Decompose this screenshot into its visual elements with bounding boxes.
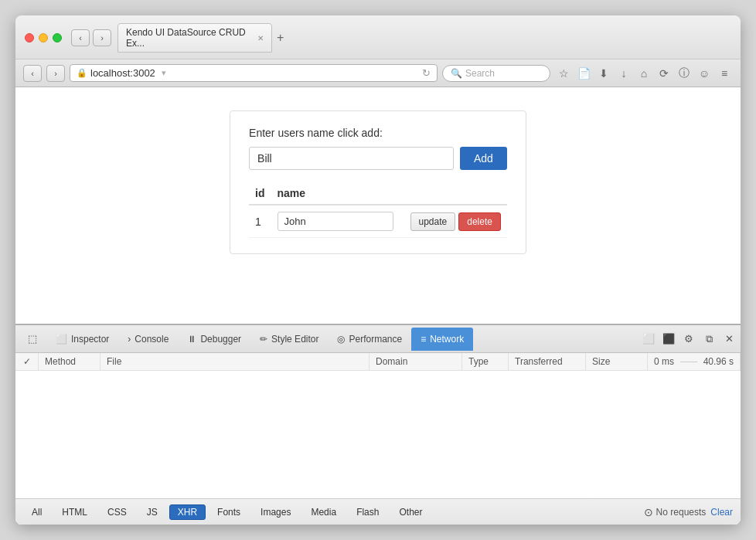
performance-label: Performance [349, 334, 402, 345]
dropdown-icon[interactable]: ▾ [162, 68, 166, 78]
devtools-tab-inspector[interactable]: ⬜ Inspector [46, 328, 118, 351]
filter-right: ⊙ No requests Clear [644, 506, 733, 518]
close-button[interactable] [25, 33, 34, 42]
menu-icon[interactable]: ≡ [716, 65, 733, 82]
transferred-col-header[interactable]: Transferred [509, 353, 586, 370]
filter-btn-images[interactable]: Images [252, 504, 299, 520]
inspector-icon: ⬜ [56, 334, 67, 345]
sync-icon[interactable]: ⟳ [656, 65, 673, 82]
devtools-tab-style-editor[interactable]: ✏ Style Editor [250, 328, 328, 351]
method-col-header[interactable]: Method [39, 353, 100, 370]
row-name-input[interactable] [278, 212, 393, 231]
form-label: Enter users name click add: [249, 127, 507, 139]
input-row: Add [249, 147, 507, 170]
tab-close-icon[interactable]: ✕ [257, 34, 264, 42]
back-button[interactable]: ‹ [71, 29, 90, 46]
style-editor-label: Style Editor [271, 334, 318, 345]
console-icon: › [128, 334, 131, 345]
filter-btn-flash[interactable]: Flash [348, 504, 387, 520]
maximize-button[interactable] [53, 33, 62, 42]
home-icon[interactable]: ⌂ [635, 65, 652, 82]
name-input[interactable] [249, 147, 454, 170]
cell-actions: updatedelete [400, 205, 507, 238]
devtools-tab-console[interactable]: › Console [118, 328, 178, 351]
filter-btn-other[interactable]: Other [390, 504, 431, 520]
info-icon[interactable]: ⓘ [676, 65, 693, 82]
no-requests-status: ⊙ No requests [644, 506, 707, 518]
filter-bar: AllHTMLCSSJSXHRFontsImagesMediaFlashOthe… [15, 498, 741, 525]
size-col-header[interactable]: Size [586, 353, 648, 370]
devtools-tab-bar: ⬚ ⬜ Inspector › Console ⏸ Debugger ✏ Sty… [15, 325, 741, 353]
feedback-icon[interactable]: ☺ [696, 65, 713, 82]
back-nav-button[interactable]: ‹ [23, 65, 42, 82]
filter-btn-xhr[interactable]: XHR [169, 504, 206, 520]
domain-col-header[interactable]: Domain [369, 353, 462, 370]
devtools-tab-debugger[interactable]: ⏸ Debugger [178, 328, 250, 351]
network-label: Network [430, 334, 464, 345]
address-bar: ‹ › 🔒 localhost:3002 ▾ ↻ 🔍 Search ☆ 📄 ⬇ … [15, 59, 741, 87]
delete-button[interactable]: delete [458, 212, 501, 231]
filter-btn-media[interactable]: Media [302, 504, 345, 520]
devtools-tab-pointer[interactable]: ⬚ [19, 327, 46, 351]
traffic-lights [25, 33, 62, 42]
refresh-icon[interactable]: ↻ [422, 67, 431, 79]
new-tab-button[interactable]: + [272, 31, 288, 45]
devtools-tab-performance[interactable]: ◎ Performance [328, 328, 411, 351]
minimize-button[interactable] [39, 33, 48, 42]
no-requests-icon: ⊙ [644, 506, 653, 518]
devtools-tab-network[interactable]: ≡ Network [411, 328, 473, 351]
filter-btn-html[interactable]: HTML [53, 504, 96, 520]
debugger-icon: ⏸ [187, 334, 196, 345]
browser-tab[interactable]: Kendo UI DataSource CRUD Ex... ✕ [117, 23, 272, 53]
tab-bar: Kendo UI DataSource CRUD Ex... ✕ + [117, 23, 731, 53]
clear-button[interactable]: Clear [710, 507, 733, 518]
network-header-row: ✓ Method File Domain Type Transferred Si… [15, 353, 741, 371]
console-label: Console [135, 334, 169, 345]
file-col-header[interactable]: File [100, 353, 369, 370]
url-field[interactable]: 🔒 localhost:3002 ▾ ↻ [70, 64, 438, 82]
app-container: Enter users name click add: Add id name [230, 110, 526, 254]
filter-btn-css[interactable]: CSS [99, 504, 135, 520]
filter-btn-all[interactable]: All [23, 504, 50, 520]
data-table: id name 1updatedelete [249, 182, 507, 238]
devtools-right-icons: ⬜ ⬛ ⚙ ⧉ ✕ [640, 331, 737, 348]
col-id-header: id [249, 182, 271, 205]
type-col-header[interactable]: Type [462, 353, 509, 370]
filter-btn-js[interactable]: JS [138, 504, 166, 520]
filter-buttons: AllHTMLCSSJSXHRFontsImagesMediaFlashOthe… [23, 504, 431, 520]
table-row: 1updatedelete [249, 205, 507, 238]
pocket-icon[interactable]: ⬇ [595, 65, 612, 82]
bookmark-icon[interactable]: ☆ [555, 65, 572, 82]
responsive-icon[interactable]: ⬜ [640, 331, 657, 348]
forward-button[interactable]: › [93, 29, 111, 46]
screenshot-icon[interactable]: ⬛ [660, 331, 677, 348]
download-icon[interactable]: ↓ [615, 65, 632, 82]
search-placeholder: Search [465, 68, 495, 79]
web-page: Enter users name click add: Add id name [15, 87, 741, 324]
performance-icon: ◎ [337, 334, 345, 345]
url-text: localhost:3002 [90, 67, 155, 79]
toolbar-icons: ☆ 📄 ⬇ ↓ ⌂ ⟳ ⓘ ☺ ≡ [555, 65, 733, 82]
settings-icon[interactable]: ⚙ [680, 331, 697, 348]
time-start: 0 ms [654, 356, 674, 367]
close-devtools-icon[interactable]: ✕ [720, 331, 737, 348]
col-name-header: name [271, 182, 400, 205]
dock-icon[interactable]: ⧉ [700, 331, 717, 348]
time-bar-col-header: 0 ms 40.96 s [648, 353, 741, 370]
network-content [15, 371, 741, 498]
reading-icon[interactable]: 📄 [575, 65, 592, 82]
forward-nav-button[interactable]: › [46, 65, 65, 82]
add-button[interactable]: Add [460, 147, 507, 170]
inspector-label: Inspector [71, 334, 109, 345]
cell-name [271, 205, 400, 238]
update-button[interactable]: update [410, 212, 456, 231]
cell-id: 1 [249, 205, 271, 238]
filter-btn-fonts[interactable]: Fonts [209, 504, 249, 520]
style-editor-icon: ✏ [260, 334, 267, 345]
debugger-label: Debugger [200, 334, 241, 345]
col-actions-header [400, 182, 507, 205]
tab-title: Kendo UI DataSource CRUD Ex... [126, 27, 253, 49]
network-icon: ≡ [421, 334, 426, 345]
search-field[interactable]: 🔍 Search [442, 65, 550, 82]
no-requests-label: No requests [656, 507, 707, 518]
